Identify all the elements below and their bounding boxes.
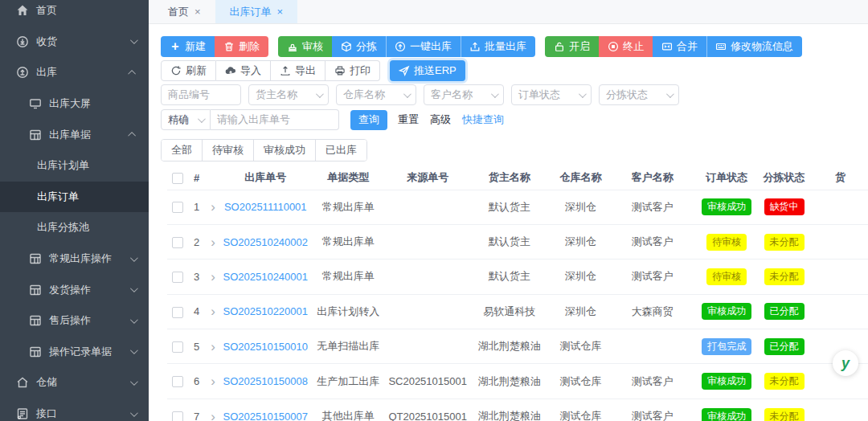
document-grid-icon [29,284,42,296]
row-checkbox[interactable] [172,376,183,387]
table-row: 6 › SO202510150008 生产加工出库 SC20251015001 … [167,364,868,399]
refresh-icon [170,65,182,76]
row-checkbox[interactable] [172,202,183,213]
sort-status-badge: 未分配 [764,373,805,390]
merge-icon [661,41,673,52]
expand-icon[interactable]: › [211,374,215,389]
order-status-select[interactable]: 订单状态 [511,84,592,105]
stamp-icon [287,41,298,52]
quick-search-link[interactable]: 快捷查询 [462,112,504,127]
table-row: 7 › SO202510150007 其他出库单 QT20251015001 湖… [167,399,868,421]
select-all-checkbox[interactable] [172,173,183,184]
match-mode-select[interactable]: 精确 [161,109,211,130]
sidebar-item-outbound-screen[interactable]: 出库大屏 [0,88,149,120]
sidebar-item-regular-outbound-ops[interactable]: 常规出库操作 [0,243,149,275]
order-no-link[interactable]: SO202510150010 [223,341,308,353]
row-checkbox[interactable] [172,411,183,421]
advanced-button[interactable]: 高级 [430,112,451,127]
sidebar-item-operation-records[interactable]: 操作记录单据 [0,337,149,368]
sort-status-badge: 缺货中 [764,198,805,215]
select-placeholder: 仓库名称 [343,88,385,102]
row-checkbox[interactable] [172,307,183,318]
print-button[interactable]: 打印 [326,60,380,81]
sidebar-item-label: 首页 [36,3,57,18]
order-no-link[interactable]: SO202511110001 [224,201,307,213]
floating-widget-button[interactable]: y [833,350,858,376]
order-no-link[interactable]: SO202510150007 [223,411,308,421]
expand-icon[interactable]: › [211,409,215,421]
col-sort-status: 分拣状态 [760,166,808,190]
order-no-search-input[interactable]: 请输入出库单号 [211,109,339,130]
col-owner: 货主名称 [469,166,550,190]
sidebar-item-sorting-pool[interactable]: 出库分拣池 [0,212,149,243]
product-code-input[interactable]: 商品编号 [161,84,241,105]
audit-button[interactable]: 审核 [278,36,332,57]
expand-icon[interactable]: › [211,269,215,284]
sidebar-item-outbound-documents[interactable]: 出库单据 [0,119,149,150]
edit-logistics-button[interactable]: 修改物流信息 [706,36,802,57]
terminate-button[interactable]: 终止 [599,36,653,57]
create-button[interactable]: +新建 [161,36,215,57]
refresh-button[interactable]: 刷新 [161,60,216,81]
source-no-cell [387,190,469,224]
sort-button[interactable]: 分拣 [332,36,386,57]
order-no-link[interactable]: SO202510240001 [223,271,308,283]
source-no-cell: SC20251015001 [387,364,469,399]
delete-button[interactable]: 删除 [215,36,268,57]
col-source-no: 来源单号 [387,166,469,190]
chevron-down-icon [198,115,206,123]
sidebar-item-receiving[interactable]: 收货 [0,27,149,58]
col-expand [205,166,220,190]
row-checkbox[interactable] [172,272,183,283]
merge-button[interactable]: 合并 [653,36,706,57]
row-checkbox[interactable] [172,341,183,353]
chevron-up-icon [128,70,136,78]
sidebar-item-home[interactable]: 首页 [0,0,149,27]
sidebar-item-warehouse[interactable]: 仓储 [0,367,149,399]
export-button[interactable]: 导出 [271,60,326,81]
sidebar-item-outbound-plan[interactable]: 出库计划单 [0,150,149,182]
sort-status-badge: 未分配 [764,408,805,421]
batch-outbound-button[interactable]: 批量出库 [461,36,535,57]
customer-select[interactable]: 客户名称 [424,84,504,105]
close-icon[interactable]: × [277,6,284,18]
row-index: 5 [188,329,205,364]
one-click-outbound-button[interactable]: 一键出库 [386,36,461,57]
expand-icon[interactable]: › [211,304,215,319]
search-button[interactable]: 查询 [350,110,387,130]
sidebar-item-label: 出库大屏 [49,96,91,111]
order-no-link[interactable]: SO202510150008 [223,375,308,387]
order-no-link[interactable]: SO202510220001 [223,305,308,317]
expand-icon[interactable]: › [211,339,215,354]
status-tab-pending[interactable]: 待审核 [202,140,253,161]
reset-button[interactable]: 重置 [398,112,419,127]
warehouse-select[interactable]: 仓库名称 [336,84,416,105]
toolbar-row-2: 刷新 导入 导出 打印 推送ERP [161,60,868,81]
status-tab-shipped[interactable]: 已出库 [315,140,366,161]
row-checkbox[interactable] [172,237,183,248]
col-doc-type: 单据类型 [310,166,387,190]
chevron-down-icon [130,409,138,417]
expand-icon[interactable]: › [211,235,215,250]
push-erp-button[interactable]: 推送ERP [390,60,465,81]
tab-home[interactable]: 首页 × [154,0,215,23]
sidebar-item-aftersale-ops[interactable]: 售后操作 [0,305,149,337]
enable-button[interactable]: 开启 [545,36,599,57]
owner-cell: 默认货主 [469,224,550,259]
sidebar-item-outbound[interactable]: 出库 [0,57,149,88]
sidebar-item-outbound-order[interactable]: 出库订单 [0,182,149,213]
status-tab-approved[interactable]: 审核成功 [253,140,315,161]
sidebar-item-interface[interactable]: 接口 [0,399,149,421]
sidebar-item-shipping-ops[interactable]: 发货操作 [0,274,149,305]
col-customer: 客户名称 [612,166,693,190]
expand-icon[interactable]: › [211,199,215,215]
sort-status-select[interactable]: 分拣状态 [599,84,679,105]
order-no-link[interactable]: SO202510240002 [223,236,308,248]
tab-outbound-order[interactable]: 出库订单 × [215,0,298,23]
plus-icon: + [170,41,181,52]
import-button[interactable]: 导入 [216,60,271,81]
owner-select[interactable]: 货主名称 [248,84,329,105]
status-tab-all[interactable]: 全部 [162,140,202,161]
input-placeholder: 请输入出库单号 [217,112,290,127]
close-icon[interactable]: × [194,6,201,18]
